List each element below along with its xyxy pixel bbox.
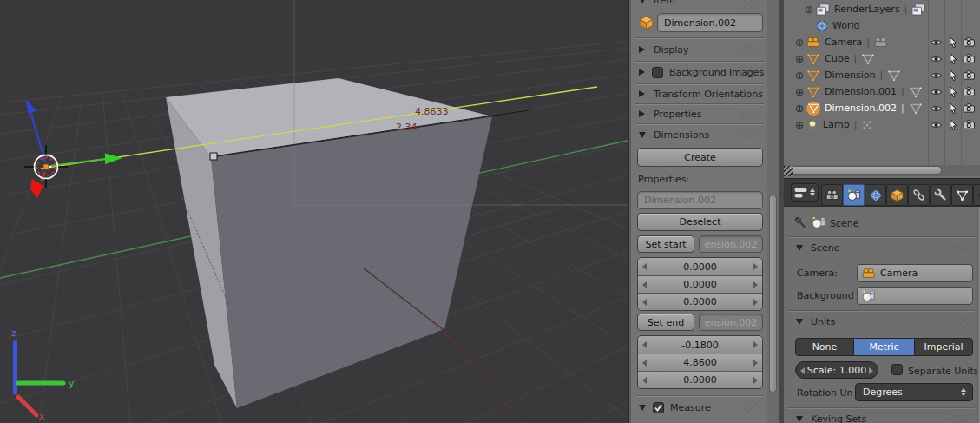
panel-grip[interactable] [949,317,971,327]
increment-arrow[interactable] [869,367,873,374]
panel-grip[interactable] [739,67,761,77]
panel-grip[interactable] [739,0,761,10]
background-images-checkbox[interactable] [652,67,663,78]
selectable-cursor-icon[interactable] [949,69,957,82]
decrement-arrow[interactable] [800,367,805,374]
n-panel-scrollbar-track[interactable] [767,0,779,423]
selectable-cursor-icon[interactable] [949,102,957,115]
panel-grip[interactable] [739,44,761,55]
renderable-camera-icon[interactable] [963,70,976,80]
pin-icon[interactable] [793,215,807,229]
outliner-row-cube[interactable]: ⊕ Cube | [784,50,980,67]
expand-icon[interactable]: ⊕ [795,120,804,130]
end-z-stepper[interactable]: 0.0000 [638,371,762,388]
visibility-eye-icon[interactable] [930,38,943,47]
selectable-cursor-icon[interactable] [949,86,957,98]
deselect-button[interactable]: Deselect [637,213,763,231]
panel-grip[interactable] [739,89,761,99]
outliner-scrollbar-thumb[interactable] [787,166,942,175]
decrement-arrow[interactable] [642,377,647,384]
tab-object[interactable] [886,184,908,206]
scene-panel-header[interactable]: Scene [796,242,840,254]
decrement-arrow[interactable] [642,281,647,288]
units-imperial-button[interactable]: Imperial [914,338,973,356]
decrement-arrow[interactable] [642,263,647,270]
expand-icon[interactable]: ⊕ [795,70,804,81]
outliner-row-camera[interactable]: ⊕ Camera | [784,34,980,50]
visibility-eye-icon[interactable] [930,88,943,96]
separate-units-checkbox[interactable] [891,364,903,375]
renderable-camera-icon[interactable] [963,87,976,96]
tab-constraints[interactable] [908,184,930,206]
increment-arrow[interactable] [753,341,758,348]
renderable-camera-icon[interactable] [963,120,976,129]
end-x-stepper[interactable]: -0.1800 [638,336,762,354]
set-end-button[interactable]: Set end [637,314,694,331]
tab-data[interactable] [951,184,973,206]
panel-grip[interactable] [739,129,761,140]
units-metric-button-active[interactable]: Metric [854,338,914,356]
outliner-scrollbar-track[interactable] [784,165,980,176]
panel-grip[interactable] [739,109,761,119]
rotation-units-dropdown[interactable]: Degrees [855,383,973,401]
tab-scene[interactable] [843,184,865,206]
dimension-name-field[interactable]: Dimension.002 [637,191,763,209]
increment-arrow[interactable] [753,377,758,384]
measure-checkbox[interactable] [653,402,664,413]
units-panel-header[interactable]: Units [796,316,835,327]
selectable-cursor-icon[interactable] [949,53,957,65]
editor-type-selector[interactable] [791,183,819,202]
visibility-eye-icon[interactable] [930,104,943,113]
visibility-eye-icon[interactable] [930,71,943,80]
dimension-handle[interactable] [210,153,217,160]
viewport-3d[interactable]: 4.8633 2.34 [0,0,631,423]
outliner-row-renderlayers[interactable]: ⊕ RenderLayers | [784,1,980,17]
set-start-button[interactable]: Set start [637,235,694,253]
object-name-field[interactable]: Dimension.002 [657,13,763,32]
expand-icon[interactable]: ⊕ [795,54,804,64]
tab-world[interactable] [865,184,886,206]
visibility-eye-icon[interactable] [930,121,943,129]
outliner-row-dimension-002-selected[interactable]: ⊕ Dimension.002 | [784,100,980,116]
create-button[interactable]: Create [637,148,763,167]
outliner-row-dimension-001[interactable]: ⊕ Dimension.001 | [784,83,980,100]
selectable-cursor-icon[interactable] [949,119,957,131]
panel-grip[interactable] [949,243,971,254]
panel-grip[interactable] [949,414,971,423]
end-y-stepper[interactable]: 4.8600 [638,354,762,371]
decrement-arrow[interactable] [642,341,647,348]
renderable-camera-icon[interactable] [963,54,976,63]
tab-modifiers[interactable] [930,184,951,206]
start-x-stepper[interactable]: 0.0000 [638,258,762,275]
increment-arrow[interactable] [753,299,758,306]
keying-sets-panel-header[interactable]: Keying Sets [796,413,866,423]
outliner-row-world[interactable]: World [784,17,980,34]
outliner-row-lamp[interactable]: ⊕ Lamp | [784,116,980,133]
set-start-target-field[interactable]: ension.002 [699,235,763,253]
expand-icon[interactable]: ⊕ [795,103,804,114]
visibility-eye-icon[interactable] [930,55,943,63]
renderable-camera-icon[interactable] [963,37,976,47]
expand-icon[interactable]: ⊕ [795,37,804,48]
scene-camera-field[interactable]: Camera [857,264,973,282]
unit-scale-stepper[interactable]: Scale: 1.000 [795,361,878,379]
decrement-arrow[interactable] [642,360,647,367]
n-panel-scrollbar-thumb[interactable] [769,195,777,393]
expand-icon[interactable]: ⊕ [795,87,804,97]
set-end-target-field[interactable]: ension.002 [699,314,763,331]
increment-arrow[interactable] [753,263,758,270]
increment-arrow[interactable] [753,360,758,367]
selectable-cursor-icon[interactable] [949,36,957,49]
units-none-button[interactable]: None [795,338,854,356]
background-scene-field[interactable] [857,287,973,305]
tab-material[interactable] [973,184,980,206]
decrement-arrow[interactable] [642,299,647,306]
increment-arrow[interactable] [753,281,758,288]
expand-icon[interactable]: ⊕ [805,4,813,15]
start-z-stepper[interactable]: 0.0000 [638,293,762,310]
renderable-camera-icon[interactable] [963,103,976,113]
outliner-row-dimension[interactable]: ⊕ Dimension | [784,67,980,83]
region-resize-grip[interactable] [784,166,793,176]
start-y-stepper[interactable]: 0.0000 [638,275,762,293]
tab-render[interactable] [821,184,843,206]
